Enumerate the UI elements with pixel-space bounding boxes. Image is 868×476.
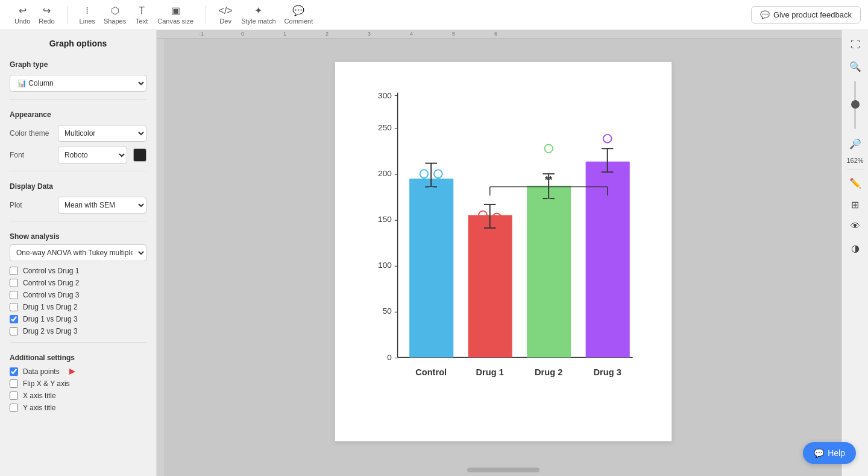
setting-checkbox-1[interactable] bbox=[10, 379, 18, 388]
ruler-tick-2: 2 bbox=[326, 31, 329, 37]
comparison-checkbox-4[interactable] bbox=[10, 315, 18, 323]
additional-settings-label: Additional settings bbox=[0, 347, 156, 366]
zoom-slider-container bbox=[854, 78, 856, 132]
feedback-button[interactable]: 💬 Give product feedback bbox=[751, 6, 861, 24]
comparison-label-5: Drug 2 vs Drug 3 bbox=[23, 327, 78, 335]
color-theme-row: Color theme Multicolor Monochrome bbox=[0, 122, 156, 144]
data-point-drug2-1 bbox=[544, 144, 553, 153]
y-label-100: 100 bbox=[378, 261, 392, 270]
ruler-tick-4: 4 bbox=[410, 31, 413, 37]
edit-button[interactable]: ✏️ bbox=[846, 173, 865, 192]
comparison-row-0: Control vs Drug 1 bbox=[0, 265, 156, 277]
comparison-checkbox-2[interactable] bbox=[10, 291, 18, 299]
bar-drug2 bbox=[527, 185, 571, 357]
comparison-row-4: Drug 1 vs Drug 3 bbox=[0, 313, 156, 325]
x-label-drug3: Drug 3 bbox=[594, 367, 621, 376]
dev-button[interactable]: </> Dev bbox=[215, 3, 236, 27]
left-panel: Graph options Graph type 📊 Column Bar Sc… bbox=[0, 30, 157, 476]
comparison-label-3: Drug 1 vs Drug 2 bbox=[23, 303, 78, 311]
feedback-label: Give product feedback bbox=[773, 10, 852, 19]
scroll-thumb[interactable] bbox=[467, 468, 539, 472]
contrast-button[interactable]: ◑ bbox=[846, 238, 865, 258]
ruler-tick-5: 5 bbox=[452, 31, 455, 37]
toolbar-history-group: ↩ Undo ↪ Redo bbox=[7, 2, 62, 27]
graph-type-section-label: Graph type bbox=[0, 54, 156, 72]
canvas-area[interactable]: -1 0 1 2 3 4 5 6 0 50 100 bbox=[157, 30, 841, 476]
zoom-out-button[interactable]: 🔎 bbox=[846, 134, 865, 153]
setting-checkbox-3[interactable] bbox=[10, 404, 18, 412]
zoom-in-button[interactable]: 🔍 bbox=[846, 57, 865, 76]
comment-button[interactable]: 💬 Comment bbox=[281, 2, 317, 27]
font-row: Font Roboto Arial bbox=[0, 144, 156, 166]
text-button[interactable]: T Text bbox=[131, 3, 153, 27]
divider-2 bbox=[10, 171, 146, 171]
undo-icon: ↩ bbox=[19, 5, 27, 16]
panel-title: Graph options bbox=[0, 30, 156, 54]
zoom-thumb[interactable] bbox=[851, 100, 860, 109]
shapes-button[interactable]: ⬡ Shapes bbox=[100, 2, 130, 27]
font-select[interactable]: Roboto Arial bbox=[58, 147, 127, 163]
comparison-checkbox-3[interactable] bbox=[10, 303, 18, 311]
comparison-label-1: Control vs Drug 2 bbox=[23, 279, 79, 287]
grid-button[interactable]: ⊞ bbox=[846, 195, 865, 214]
comment-icon: 💬 bbox=[292, 5, 304, 16]
graph-type-select[interactable]: 📊 Column Bar Scatter bbox=[10, 75, 146, 92]
bottom-scrollbar[interactable] bbox=[165, 464, 841, 476]
dev-icon: </> bbox=[219, 5, 233, 16]
comparison-checkbox-1[interactable] bbox=[10, 279, 18, 287]
comparison-checkbox-5[interactable] bbox=[10, 327, 18, 335]
x-label-drug2: Drug 2 bbox=[535, 367, 562, 376]
plot-select[interactable]: Mean with SEM Mean with SD bbox=[58, 197, 146, 214]
arrow-indicator bbox=[69, 369, 75, 375]
zoom-level-label: 162% bbox=[846, 156, 863, 165]
divider-1 bbox=[10, 99, 146, 100]
zoom-track[interactable] bbox=[854, 81, 856, 129]
analysis-select[interactable]: One-way ANOVA with Tukey multiple c... t… bbox=[10, 244, 146, 261]
lines-button[interactable]: ⁞ Lines bbox=[76, 2, 99, 27]
appearance-section-label: Appearance bbox=[0, 104, 156, 122]
toolbar-dev-group: </> Dev ✦ Style match 💬 Comment bbox=[211, 2, 320, 27]
comment-label: Comment bbox=[285, 17, 313, 25]
data-point-control-2 bbox=[434, 170, 442, 178]
color-theme-label: Color theme bbox=[10, 129, 52, 138]
comparisons-list: Control vs Drug 1Control vs Drug 2Contro… bbox=[0, 265, 156, 337]
right-toolbar: ⛶ 🔍 🔎 162% ✏️ ⊞ 👁 ◑ bbox=[841, 30, 868, 476]
comparison-label-4: Drug 1 vs Drug 3 bbox=[23, 315, 78, 323]
help-button[interactable]: 💬 Help bbox=[803, 442, 856, 464]
setting-label-2: X axis title bbox=[23, 392, 56, 400]
style-match-label: Style match bbox=[241, 17, 275, 25]
text-label: Text bbox=[136, 17, 148, 25]
font-color-swatch[interactable] bbox=[133, 148, 146, 162]
fullscreen-button[interactable]: ⛶ bbox=[846, 35, 865, 54]
chart-svg: 0 50 100 150 200 250 300 bbox=[365, 80, 647, 417]
help-icon: 💬 bbox=[814, 448, 824, 458]
setting-label-3: Y axis title bbox=[23, 404, 55, 412]
y-label-0: 0 bbox=[387, 353, 392, 362]
toolbar-divider-1 bbox=[67, 6, 68, 24]
setting-checkbox-2[interactable] bbox=[10, 392, 18, 400]
setting-label-1: Flip X & Y axis bbox=[23, 379, 70, 388]
canvas-size-button[interactable]: ▣ Canvas size bbox=[154, 2, 197, 27]
setting-checkbox-0[interactable] bbox=[10, 367, 18, 376]
ruler-horizontal: -1 0 1 2 3 4 5 6 bbox=[157, 30, 841, 39]
color-theme-select[interactable]: Multicolor Monochrome bbox=[58, 125, 146, 142]
main-layout: Graph options Graph type 📊 Column Bar Sc… bbox=[0, 30, 868, 476]
x-label-drug1: Drug 1 bbox=[476, 367, 504, 376]
undo-button[interactable]: ↩ Undo bbox=[11, 2, 34, 27]
undo-label: Undo bbox=[14, 17, 30, 25]
comparison-checkbox-0[interactable] bbox=[10, 267, 18, 275]
redo-button[interactable]: ↪ Redo bbox=[35, 2, 58, 27]
comparison-row-1: Control vs Drug 2 bbox=[0, 277, 156, 289]
eye-button[interactable]: 👁 bbox=[846, 217, 865, 236]
toolbar-divider-2 bbox=[206, 6, 206, 24]
plot-label: Plot bbox=[10, 201, 52, 209]
canvas-inner[interactable]: 0 50 100 150 200 250 300 bbox=[165, 39, 841, 464]
comparison-row-3: Drug 1 vs Drug 2 bbox=[0, 301, 156, 313]
divider-4 bbox=[10, 342, 146, 343]
ruler-tick-1: 1 bbox=[283, 31, 286, 37]
redo-icon: ↪ bbox=[43, 5, 51, 16]
significance-label: ** bbox=[545, 174, 553, 185]
style-match-button[interactable]: ✦ Style match bbox=[237, 2, 279, 27]
canvas-size-icon: ▣ bbox=[171, 5, 180, 16]
feedback-icon: 💬 bbox=[760, 10, 770, 19]
